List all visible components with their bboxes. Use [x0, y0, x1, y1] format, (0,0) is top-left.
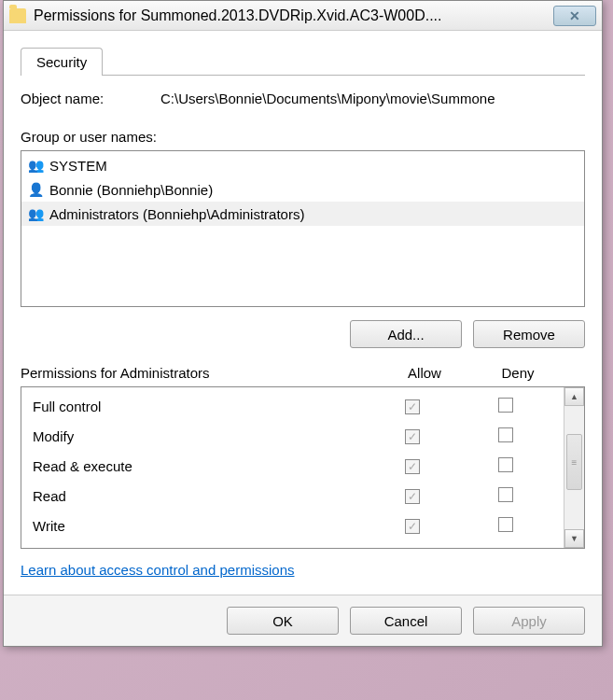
scroll-up-button[interactable]: ▲: [564, 387, 584, 406]
deny-checkbox[interactable]: [498, 427, 513, 442]
permission-row: Full control: [21, 391, 564, 421]
allow-checkbox[interactable]: [405, 489, 420, 504]
titlebar: Permissions for Summoned.2013.DVDRip.Xvi…: [4, 1, 602, 31]
window-title: Permissions for Summoned.2013.DVDRip.Xvi…: [34, 7, 553, 24]
groups-label: Group or user names:: [21, 129, 585, 145]
folder-icon: [9, 8, 26, 23]
groups-listbox[interactable]: 👥SYSTEM👤Bonnie (Bonniehp\Bonnie)👥Adminis…: [21, 150, 585, 307]
permissions-scrollbar[interactable]: ▲ ▼: [564, 387, 584, 548]
object-name-value: C:\Users\Bonnie\Documents\Mipony\movie\S…: [160, 91, 585, 106]
list-item-label: Bonnie (Bonniehp\Bonnie): [49, 182, 213, 198]
permission-name: Full control: [33, 399, 366, 414]
remove-button[interactable]: Remove: [473, 320, 585, 348]
close-button[interactable]: ✕: [553, 6, 596, 26]
permissions-rows: Full controlModifyRead & executeReadWrit…: [21, 387, 564, 548]
list-item[interactable]: 👥SYSTEM: [21, 153, 584, 177]
group-icon: 👥: [27, 157, 44, 174]
allow-column-header: Allow: [378, 365, 471, 381]
ok-button[interactable]: OK: [227, 607, 339, 635]
dialog-footer: OK Cancel Apply: [4, 595, 602, 646]
dialog-content: Security Object name: C:\Users\Bonnie\Do…: [4, 31, 602, 595]
permissions-dialog: Permissions for Summoned.2013.DVDRip.Xvi…: [3, 0, 603, 647]
scroll-down-button[interactable]: ▼: [564, 529, 584, 548]
allow-checkbox[interactable]: [405, 399, 420, 414]
permission-row: Read: [21, 481, 564, 511]
scroll-thumb[interactable]: [566, 434, 582, 490]
deny-column-header: Deny: [471, 365, 564, 381]
permissions-header: Permissions for Administrators Allow Den…: [21, 365, 585, 381]
deny-checkbox[interactable]: [498, 487, 513, 502]
user-icon: 👤: [27, 181, 44, 198]
permission-name: Read: [33, 488, 366, 504]
allow-checkbox[interactable]: [405, 519, 420, 534]
cancel-button[interactable]: Cancel: [350, 607, 462, 635]
tab-security-label: Security: [36, 54, 87, 70]
add-button[interactable]: Add...: [350, 320, 462, 348]
object-name-label: Object name:: [21, 91, 160, 106]
help-link[interactable]: Learn about access control and permissio…: [21, 562, 295, 578]
list-item-label: SYSTEM: [49, 158, 107, 174]
tab-strip: Security: [21, 48, 585, 76]
object-name-row: Object name: C:\Users\Bonnie\Documents\M…: [21, 91, 585, 106]
permissions-listbox: Full controlModifyRead & executeReadWrit…: [21, 386, 585, 549]
allow-checkbox[interactable]: [405, 459, 420, 474]
close-icon: ✕: [569, 8, 580, 23]
deny-checkbox[interactable]: [498, 457, 513, 472]
list-item[interactable]: 👤Bonnie (Bonniehp\Bonnie): [21, 177, 584, 202]
permission-row: Read & execute: [21, 451, 564, 481]
group-buttons: Add... Remove: [21, 320, 585, 348]
list-item-label: Administrators (Bonniehp\Administrators): [49, 206, 304, 222]
apply-button[interactable]: Apply: [473, 607, 585, 635]
permission-row: Write: [21, 511, 564, 540]
permission-row: Modify: [21, 421, 564, 451]
deny-checkbox[interactable]: [498, 517, 513, 532]
permissions-for-label: Permissions for Administrators: [21, 365, 378, 381]
list-item[interactable]: 👥Administrators (Bonniehp\Administrators…: [21, 202, 584, 226]
group-icon: 👥: [27, 205, 44, 222]
permission-name: Write: [33, 518, 366, 534]
deny-checkbox[interactable]: [498, 398, 513, 413]
tab-security[interactable]: Security: [21, 48, 103, 76]
permission-name: Read & execute: [33, 458, 366, 474]
allow-checkbox[interactable]: [405, 429, 420, 444]
permission-name: Modify: [33, 428, 366, 444]
